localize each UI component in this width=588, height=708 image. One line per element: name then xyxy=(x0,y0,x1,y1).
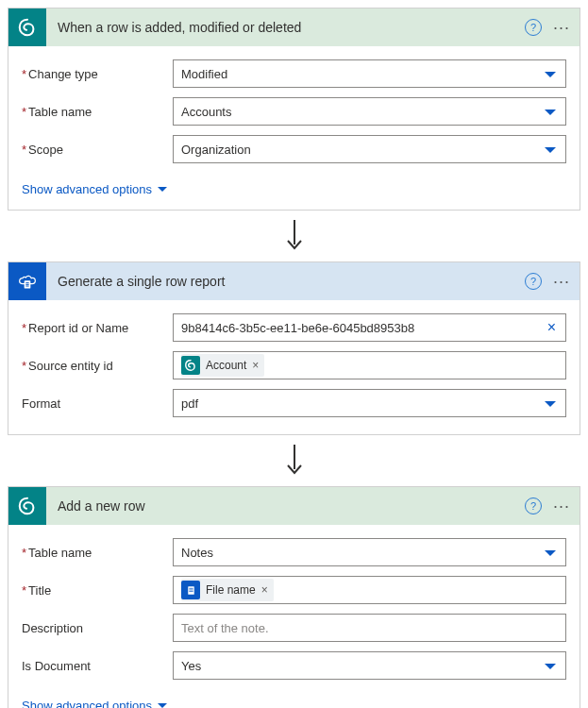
change-type-select[interactable]: Modified xyxy=(173,59,566,88)
dataverse-icon xyxy=(8,487,46,525)
addrow-header[interactable]: Add a new row ? ··· xyxy=(8,487,580,525)
report-id-input[interactable]: 9b8414c6-3b5c-ee11-be6e-6045bd8953b8 × xyxy=(173,313,566,342)
dataverse-icon xyxy=(8,8,46,46)
trigger-body: *Change type Modified *Table name Accoun… xyxy=(8,46,580,177)
cloud-doc-icon xyxy=(18,272,37,291)
report-id-label: *Report id or Name xyxy=(22,321,173,335)
card-title: When a row is added, modified or deleted xyxy=(46,20,525,35)
change-type-label: *Change type xyxy=(22,67,173,81)
show-advanced-options[interactable]: Show advanced options xyxy=(8,177,180,210)
card-title: Add a new row xyxy=(46,498,525,514)
report-header[interactable]: Generate a single row report ? ··· xyxy=(8,262,580,300)
spiral-icon xyxy=(184,359,197,372)
token-filename[interactable]: File name × xyxy=(181,579,274,601)
help-icon[interactable]: ? xyxy=(525,497,542,514)
remove-token-icon[interactable]: × xyxy=(261,583,268,597)
field-row: *Title File name × xyxy=(22,576,566,604)
source-entity-label: *Source entity id xyxy=(22,359,173,373)
token-account[interactable]: Account × xyxy=(181,354,264,377)
title-label: *Title xyxy=(22,583,173,598)
table-name-select[interactable]: Accounts xyxy=(173,97,566,126)
format-label: Format xyxy=(22,396,173,411)
action-card-report: Generate a single row report ? ··· *Repo… xyxy=(8,261,580,435)
spiral-icon xyxy=(17,496,38,516)
flow-arrow xyxy=(8,435,580,486)
title-input[interactable]: File name × xyxy=(173,576,566,604)
field-row: Description Text of the note. xyxy=(22,614,566,642)
scope-label: *Scope xyxy=(22,143,173,157)
more-icon[interactable]: ··· xyxy=(553,23,570,32)
isdocument-label: Is Document xyxy=(22,659,173,673)
table-name-label: *Table name xyxy=(22,546,173,560)
spiral-icon xyxy=(17,17,38,38)
token-label: Account xyxy=(206,359,246,372)
field-row: *Table name Notes xyxy=(22,538,566,566)
more-icon[interactable]: ··· xyxy=(553,277,570,286)
description-input[interactable]: Text of the note. xyxy=(173,614,566,642)
addrow-body: *Table name Notes *Title File name xyxy=(8,525,580,693)
trigger-card: When a row is added, modified or deleted… xyxy=(8,8,580,211)
trigger-header[interactable]: When a row is added, modified or deleted… xyxy=(8,8,580,46)
doc-icon xyxy=(185,584,197,597)
format-select[interactable]: pdf xyxy=(173,389,566,417)
field-row: *Source entity id Account × xyxy=(22,351,566,379)
field-row: *Change type Modified xyxy=(22,59,566,88)
help-icon[interactable]: ? xyxy=(525,19,542,36)
source-entity-input[interactable]: Account × xyxy=(173,351,566,379)
isdocument-select[interactable]: Yes xyxy=(173,651,566,680)
action-card-addrow: Add a new row ? ··· *Table name Notes *T… xyxy=(8,486,580,708)
chevron-down-icon xyxy=(158,703,167,708)
show-advanced-options[interactable]: Show advanced options xyxy=(8,693,180,708)
field-row: *Report id or Name 9b8414c6-3b5c-ee11-be… xyxy=(22,313,566,342)
report-connector-icon xyxy=(8,262,46,300)
svg-rect-6 xyxy=(188,586,194,595)
flow-arrow xyxy=(8,211,580,261)
remove-token-icon[interactable]: × xyxy=(252,359,259,372)
clear-icon[interactable]: × xyxy=(547,319,556,336)
arrow-down-icon xyxy=(286,220,303,252)
field-row: *Table name Accounts xyxy=(22,97,566,126)
report-body: *Report id or Name 9b8414c6-3b5c-ee11-be… xyxy=(8,300,580,434)
field-row: *Scope Organization xyxy=(22,135,566,163)
chevron-down-icon xyxy=(158,187,167,192)
description-label: Description xyxy=(22,621,173,635)
help-icon[interactable]: ? xyxy=(525,273,542,290)
field-row: Format pdf xyxy=(22,389,566,417)
more-icon[interactable]: ··· xyxy=(553,501,570,511)
card-title: Generate a single row report xyxy=(46,274,525,289)
table-name-select[interactable]: Notes xyxy=(173,538,566,566)
token-label: File name xyxy=(206,583,256,597)
field-row: Is Document Yes xyxy=(22,651,566,680)
table-name-label: *Table name xyxy=(22,105,173,119)
arrow-down-icon xyxy=(286,445,303,477)
scope-select[interactable]: Organization xyxy=(173,135,566,163)
